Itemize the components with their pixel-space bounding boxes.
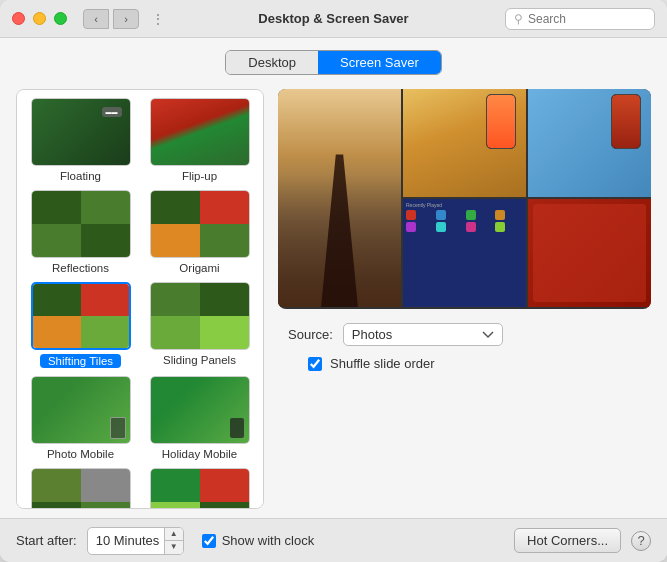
thumb-reflections bbox=[31, 190, 131, 258]
maximize-button[interactable] bbox=[54, 12, 67, 25]
thumb-sliding bbox=[150, 282, 250, 350]
search-input[interactable] bbox=[528, 12, 646, 26]
thumb-holiday-mobile bbox=[150, 376, 250, 444]
preview-cell-4: Recently Played bbox=[403, 199, 526, 307]
source-label: Source: bbox=[288, 327, 333, 342]
minimize-button[interactable] bbox=[33, 12, 46, 25]
nav-buttons: ‹ › bbox=[83, 9, 139, 29]
traffic-lights bbox=[12, 12, 67, 25]
tab-desktop[interactable]: Desktop bbox=[226, 51, 318, 74]
item-label-photo-mobile: Photo Mobile bbox=[47, 448, 114, 460]
item-label-flipup: Flip-up bbox=[182, 170, 217, 182]
list-item[interactable]: Photo Mobile bbox=[25, 376, 136, 460]
thumb-flipup bbox=[150, 98, 250, 166]
content-area: Desktop Screen Saver ▬▬ Floating bbox=[0, 38, 667, 518]
item-label-reflections: Reflections bbox=[52, 262, 109, 274]
list-item[interactable]: Sliding Panels bbox=[144, 282, 255, 368]
show-clock-label: Show with clock bbox=[222, 533, 314, 548]
stepper-down[interactable]: ▼ bbox=[165, 541, 183, 554]
tabs-row: Desktop Screen Saver bbox=[16, 50, 651, 75]
hot-corners-button[interactable]: Hot Corners... bbox=[514, 528, 621, 553]
shuffle-label: Shuffle slide order bbox=[330, 356, 435, 371]
thumb-shifting bbox=[31, 282, 131, 350]
window: ‹ › ⋮ Desktop & Screen Saver ⚲ Desktop S… bbox=[0, 0, 667, 562]
help-button[interactable]: ? bbox=[631, 531, 651, 551]
controls-area: Source: Photos iPhoto Aperture Choose Fo… bbox=[278, 323, 651, 371]
show-clock-checkbox[interactable] bbox=[202, 534, 216, 548]
screensaver-list: ▬▬ Floating Flip-up bbox=[16, 89, 264, 509]
thumb-vintage bbox=[150, 468, 250, 509]
shuffle-row: Shuffle slide order bbox=[278, 356, 651, 371]
start-after-label: Start after: bbox=[16, 533, 77, 548]
thumb-floating: ▬▬ bbox=[31, 98, 131, 166]
source-select[interactable]: Photos iPhoto Aperture Choose Folder... bbox=[343, 323, 503, 346]
window-title: Desktop & Screen Saver bbox=[258, 11, 408, 26]
start-after-select[interactable]: 10 Minutes 5 Minutes 15 Minutes 20 Minut… bbox=[88, 530, 164, 551]
item-label-sliding: Sliding Panels bbox=[163, 354, 236, 366]
item-label-origami: Origami bbox=[179, 262, 219, 274]
stepper-up[interactable]: ▲ bbox=[165, 528, 183, 541]
main-content: ▬▬ Floating Flip-up bbox=[16, 89, 651, 518]
titlebar: ‹ › ⋮ Desktop & Screen Saver ⚲ bbox=[0, 0, 667, 38]
show-clock-row: Show with clock bbox=[202, 533, 314, 548]
list-item[interactable]: Origami bbox=[144, 190, 255, 274]
search-box: ⚲ bbox=[505, 8, 655, 30]
shuffle-checkbox[interactable] bbox=[308, 357, 322, 371]
start-after-control: 10 Minutes 5 Minutes 15 Minutes 20 Minut… bbox=[87, 527, 184, 555]
list-item[interactable]: Shifting Tiles bbox=[25, 282, 136, 368]
tab-screensaver[interactable]: Screen Saver bbox=[318, 51, 441, 74]
floating-badge: ▬▬ bbox=[102, 107, 122, 117]
tab-group: Desktop Screen Saver bbox=[225, 50, 441, 75]
start-after-stepper: ▲ ▼ bbox=[164, 528, 183, 554]
forward-button[interactable]: › bbox=[113, 9, 139, 29]
list-item[interactable]: Vintage Prints bbox=[144, 468, 255, 509]
list-item[interactable]: ▬▬ Floating bbox=[25, 98, 136, 182]
preview-cell-2 bbox=[403, 89, 526, 197]
back-button[interactable]: ‹ bbox=[83, 9, 109, 29]
item-label-shifting: Shifting Tiles bbox=[40, 354, 121, 368]
preview-cell-1 bbox=[278, 89, 401, 307]
list-item[interactable]: Reflections bbox=[25, 190, 136, 274]
preview-area: Recently Played bbox=[278, 89, 651, 309]
thumb-photo-wall bbox=[31, 468, 131, 509]
preview-cell-3 bbox=[528, 89, 651, 197]
phone-mockup-2 bbox=[611, 94, 641, 149]
source-row: Source: Photos iPhoto Aperture Choose Fo… bbox=[278, 323, 651, 346]
right-panel: Recently Played bbox=[278, 89, 651, 518]
preview-cell-5 bbox=[528, 199, 651, 307]
thumb-origami bbox=[150, 190, 250, 258]
thumb-photo-mobile bbox=[31, 376, 131, 444]
list-item[interactable]: Photo Wall bbox=[25, 468, 136, 509]
list-item[interactable]: Flip-up bbox=[144, 98, 255, 182]
close-button[interactable] bbox=[12, 12, 25, 25]
list-item[interactable]: Holiday Mobile bbox=[144, 376, 255, 460]
item-label-holiday-mobile: Holiday Mobile bbox=[162, 448, 237, 460]
grid-icon[interactable]: ⋮ bbox=[151, 11, 165, 27]
item-label-floating: Floating bbox=[60, 170, 101, 182]
phone-mockup-1 bbox=[486, 94, 516, 149]
bottom-bar: Start after: 10 Minutes 5 Minutes 15 Min… bbox=[0, 518, 667, 562]
search-icon: ⚲ bbox=[514, 12, 523, 26]
